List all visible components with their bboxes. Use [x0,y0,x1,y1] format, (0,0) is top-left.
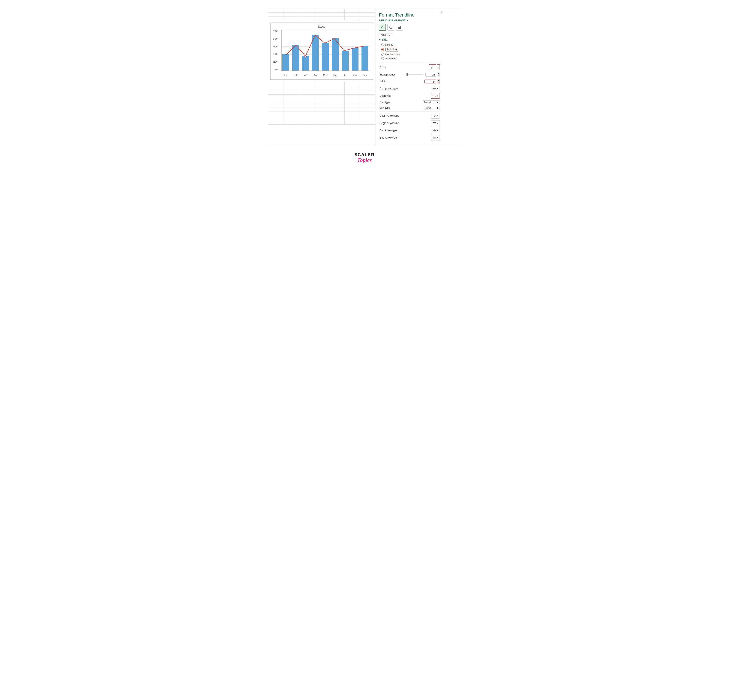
end-arrow-size-row: End Arrow size ▼ [379,135,441,141]
compound-type-control: ▼ [431,86,440,91]
fill-line-icon-btn[interactable] [379,24,386,30]
grid-cell [283,16,299,20]
size-properties-icon-btn[interactable] [396,24,403,30]
y-axis: $500 $400 $300 $200 $100 $0 [273,30,278,71]
bar-feb [291,45,300,71]
topics-text: Topics [354,157,375,163]
spin-up[interactable]: ▲ [437,72,440,74]
color-row: Color ▼ [379,64,441,70]
triangle-icon [379,39,380,40]
line-section-header: LINE [379,38,441,41]
cap-type-value: Round [424,101,431,103]
y-label: $500 [273,30,277,32]
transparency-slider[interactable] [406,74,423,75]
y-label: $200 [273,53,277,55]
transparency-input[interactable]: 0% [425,73,436,77]
width-spin-down[interactable]: ▼ [437,81,440,83]
x-label-jun: Jun [331,74,340,76]
automatic-radio[interactable] [382,57,384,60]
join-type-select[interactable]: Round ▼ [423,106,440,110]
automatic-option[interactable]: Automatic [379,57,441,61]
solid-line-radio[interactable] [382,48,384,51]
no-line-option[interactable]: No line [379,43,441,47]
gradient-line-option[interactable]: Gradient line [379,52,441,57]
spin-down[interactable]: ▼ [437,74,440,76]
compound-type-dropdown[interactable]: ▼ [431,86,440,91]
panel-title: Format Trendline [379,12,441,18]
x-label-may: May [321,74,330,76]
no-line-radio[interactable] [382,44,384,46]
bar-sep [361,46,369,71]
x-labels: Jan Feb Mar Apr May Jun Jul Aug Sep [281,73,369,77]
transparency-row: Transparency 0% ▲ ▼ [379,72,441,77]
color-button[interactable] [429,64,436,70]
color-label: Color [380,66,401,69]
join-type-arrow: ▼ [436,107,439,109]
width-control: 2 pt ▲ ▼ [424,79,440,84]
compound-type-row: Compound type ▼ [379,86,441,91]
x-label-aug: Aug [351,74,359,76]
fill-line-tab[interactable]: Fill & Line [379,33,393,37]
trendline-options-header[interactable]: TRENDLINE OPTIONS ▼ [379,19,441,22]
icon-toolbar [379,24,441,30]
dash-type-dropdown[interactable]: ▼ [431,93,440,99]
grid-cell [360,9,375,13]
transparency-label: Transparency [380,73,401,76]
bar [322,43,329,71]
grid-cell [360,16,375,20]
paint-bucket-icon [380,25,384,29]
gradient-line-radio[interactable] [382,53,384,55]
dropdown-chevron: ▼ [437,115,438,117]
begin-arrow-type-row: Begin Arrow type ▼ [379,113,441,119]
panel-close-arrow[interactable]: ▲ [440,10,442,13]
bar-apr [311,35,320,71]
grid-cell [344,16,360,20]
effects-icon-btn[interactable] [388,24,394,30]
width-spin-up[interactable]: ▲ [437,79,440,81]
grid-cell [299,9,314,13]
bar-mar [301,56,310,71]
cap-type-label: Cap type [380,101,401,104]
dash-type-control: ▼ [431,93,440,99]
bar [312,35,319,71]
dropdown-chevron: ▼ [437,95,438,97]
end-arrow-type-label: End Arrow type [380,129,401,132]
x-label-jan: Jan [281,74,290,76]
svg-marker-2 [389,26,392,29]
dash-lines-icon [433,94,436,97]
h-grid-line [281,71,369,71]
bar-may [321,43,330,71]
dash-type-label: Dash type [380,94,401,97]
begin-arrow-type-label: Begin Arrow type [380,114,401,117]
begin-arrow-type-control: ▼ [431,113,440,119]
width-spinner[interactable]: ▲ ▼ [437,79,440,84]
end-arrow-type-icon [433,129,436,132]
bar [362,46,368,71]
join-type-control: Round ▼ [423,106,440,110]
color-dropdown-arrow[interactable]: ▼ [437,64,440,70]
grid-cell [314,16,329,20]
main-container: Sales $500 $400 $300 $200 $100 $0 [268,9,461,146]
bars-area [281,30,369,71]
paint-bucket-small-icon [431,65,434,69]
no-line-label: No line [385,43,393,46]
grid-cell [299,16,314,20]
gradient-line-label: Gradient line [385,53,400,56]
transparency-spinner[interactable]: ▲ ▼ [437,72,440,77]
scaler-text: SCALER [354,152,375,157]
end-arrow-type-dropdown[interactable]: ▼ [431,128,440,133]
spreadsheet-area: Sales $500 $400 $300 $200 $100 $0 [268,9,375,146]
cap-type-select[interactable]: Round ▼ [423,100,440,104]
end-arrow-type-row: End Arrow type ▼ [379,128,441,133]
grid-cell [268,9,283,13]
solid-line-option[interactable]: Solid line [379,47,441,52]
y-label: $400 [273,38,277,40]
begin-arrow-type-dropdown[interactable]: ▼ [431,113,440,119]
width-input[interactable]: 2 pt [424,80,436,83]
begin-arrow-size-dropdown[interactable]: ▼ [431,120,440,126]
end-arrow-size-dropdown[interactable]: ▼ [431,135,440,141]
grid-cell [314,9,329,13]
bar-jan [282,54,290,71]
grid-cell [268,16,283,20]
solid-line-label: Solid line [385,48,398,51]
